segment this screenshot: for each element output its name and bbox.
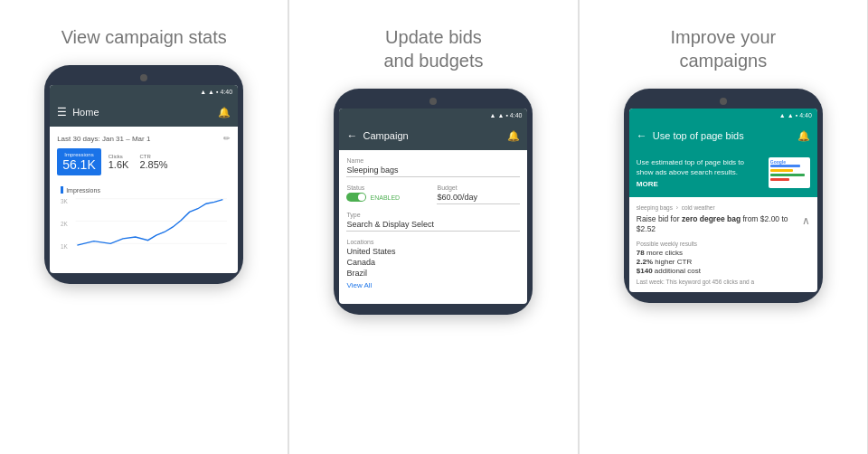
ctr-metric: CTR 2.85% bbox=[136, 148, 171, 175]
enabled-text: ENABLED bbox=[370, 194, 400, 201]
view-all-link[interactable]: View All bbox=[346, 281, 520, 289]
name-field-group: Name Sleeping bags bbox=[346, 157, 520, 177]
possible-results: Possible weekly results 78 more clicks 2… bbox=[637, 241, 810, 275]
wifi-icon-3: ▲ bbox=[788, 112, 794, 118]
name-label: Name bbox=[346, 157, 520, 164]
pr-row-1: 78 more clicks bbox=[637, 249, 810, 257]
back-icon-3[interactable]: ← bbox=[637, 129, 647, 142]
bids-desc: Use estimated top of page bids to show a… bbox=[637, 157, 763, 190]
time-display-3: 4:40 bbox=[799, 112, 812, 118]
budget-field-group: Budget $60.00/day bbox=[437, 184, 520, 204]
back-icon-2[interactable]: ← bbox=[346, 129, 357, 142]
date-row: Last 30 days: Jan 31 – Mar 1 ✏ bbox=[57, 134, 231, 143]
clicks-metric: Clicks 1.6K bbox=[105, 148, 133, 175]
budget-value: $60.00/day bbox=[437, 193, 520, 204]
wifi-icon-2: ▲ bbox=[497, 112, 504, 118]
bell-icon-1[interactable]: 🔔 bbox=[218, 107, 231, 118]
battery-icon-3: ▪ bbox=[796, 112, 797, 118]
status-icons-3: ▲ ▲ ▪ 4:40 bbox=[779, 112, 812, 118]
signal-icon-2: ▲ bbox=[490, 112, 496, 118]
breadcrumb-sep: › bbox=[676, 204, 678, 211]
panel-1-title: View campaign stats bbox=[61, 25, 227, 49]
svg-text:3K: 3K bbox=[61, 198, 69, 204]
svg-text:2K: 2K bbox=[61, 221, 69, 227]
budget-label: Budget bbox=[437, 184, 520, 191]
gp-line-3 bbox=[770, 174, 805, 176]
more-label[interactable]: MORE bbox=[637, 179, 763, 189]
name-value: Sleeping bags bbox=[346, 166, 520, 177]
status-field-group: Status ENABLED bbox=[346, 184, 429, 204]
chart-label: Impressions bbox=[61, 186, 227, 194]
pr-row-3: $140 additional cost bbox=[637, 267, 810, 275]
status-bar-1: ▲ ▲ ▪ 4:40 bbox=[50, 85, 238, 98]
status-budget-row: Status ENABLED Budget $60.00/day bbox=[346, 184, 520, 212]
phone-1: ▲ ▲ ▪ 4:40 ☰ Home 🔔 Last 30 days: Jan 31… bbox=[44, 65, 243, 284]
app-bar-title-1: Home bbox=[72, 107, 218, 118]
status-bar-3: ▲ ▲ ▪ 4:40 bbox=[629, 109, 817, 121]
panel-2-title: Update bidsand budgets bbox=[383, 25, 483, 72]
app-bar-title-2: Campaign bbox=[363, 130, 507, 141]
campaign-content: Name Sleeping bags Status ENABLED Budget… bbox=[339, 150, 527, 304]
type-field-group: Type Search & Display Select bbox=[346, 212, 520, 232]
pr-row-2: 2.2% higher CTR bbox=[637, 258, 810, 266]
home-content: Last 30 days: Jan 31 – Mar 1 ✏ Impressio… bbox=[50, 127, 238, 273]
chevron-up-icon[interactable]: ∧ bbox=[802, 214, 810, 227]
bids-header-area: Use estimated top of page bids to show a… bbox=[629, 150, 817, 197]
signal-icon-3: ▲ bbox=[779, 112, 786, 118]
wifi-icon: ▲ bbox=[208, 89, 214, 95]
status-icons-2: ▲ ▲ ▪ 4:40 bbox=[490, 112, 523, 118]
phone-camera-3 bbox=[720, 98, 727, 105]
battery-icon-2: ▪ bbox=[505, 112, 507, 118]
phone-3: ▲ ▲ ▪ 4:40 ← Use top of page bids 🔔 Use … bbox=[624, 89, 823, 303]
possible-results-label: Possible weekly results bbox=[637, 241, 810, 247]
status-icons-1: ▲ ▲ ▪ 4:40 bbox=[200, 89, 232, 95]
app-bar-3: ← Use top of page bids 🔔 bbox=[629, 121, 817, 150]
signal-icon: ▲ bbox=[200, 89, 206, 95]
locations-label: Locations bbox=[346, 239, 520, 245]
breadcrumb-item-1: sleeping bags bbox=[637, 204, 673, 211]
panel-3-title: Improve yourcampaigns bbox=[670, 25, 776, 72]
bid-raise-text: Raise bid for zero degree bag from $2.00… bbox=[637, 214, 802, 236]
location-2: Canada bbox=[346, 258, 520, 269]
phone-camera-1 bbox=[140, 74, 147, 81]
locations-field-group: Locations United States Canada Brazil Vi… bbox=[346, 239, 520, 289]
bell-icon-3[interactable]: 🔔 bbox=[797, 130, 810, 142]
impressions-chart: 3K 2K 1K bbox=[61, 195, 227, 262]
breadcrumb-item-2: cold weather bbox=[682, 204, 715, 211]
status-toggle[interactable] bbox=[346, 193, 366, 202]
battery-icon: ▪ bbox=[216, 89, 218, 95]
ctr-value: 2.85% bbox=[139, 159, 167, 170]
status-toggle-row: ENABLED bbox=[346, 193, 429, 202]
status-label: Status bbox=[346, 184, 429, 191]
panel-improve-campaigns: Improve yourcampaigns ▲ ▲ ▪ 4:40 ← Use t… bbox=[580, 0, 868, 454]
chart-bar-icon bbox=[61, 186, 63, 194]
panel-view-stats: View campaign stats ▲ ▲ ▪ 4:40 ☰ Home 🔔 bbox=[0, 0, 288, 454]
hamburger-icon[interactable]: ☰ bbox=[57, 106, 67, 118]
location-3: Brazil bbox=[346, 269, 520, 279]
gp-line-2 bbox=[770, 169, 793, 172]
app-bar-title-3: Use top of page bids bbox=[653, 130, 797, 141]
phone-camera-2 bbox=[429, 98, 437, 105]
date-range: Last 30 days: Jan 31 – Mar 1 bbox=[57, 135, 150, 143]
gp-line-4 bbox=[770, 178, 789, 181]
gp-line-1 bbox=[770, 165, 801, 167]
google-preview: Google bbox=[769, 157, 810, 188]
time-display-2: 4:40 bbox=[510, 112, 523, 118]
phone-screen-2: ▲ ▲ ▪ 4:40 ← Campaign 🔔 Name Sleeping ba… bbox=[339, 109, 527, 304]
impressions-metric: Impressions 56.1K bbox=[57, 148, 101, 175]
type-value: Search & Display Select bbox=[346, 220, 520, 232]
edit-icon[interactable]: ✏ bbox=[223, 134, 231, 143]
phone-screen-1: ▲ ▲ ▪ 4:40 ☰ Home 🔔 Last 30 days: Jan 31… bbox=[50, 85, 238, 273]
panel-update-bids: Update bidsand budgets ▲ ▲ ▪ 4:40 ← Camp… bbox=[289, 0, 578, 454]
svg-text:1K: 1K bbox=[61, 243, 69, 250]
phone-screen-3: ▲ ▲ ▪ 4:40 ← Use top of page bids 🔔 Use … bbox=[629, 109, 817, 292]
app-bar-1: ☰ Home 🔔 bbox=[50, 98, 238, 127]
metrics-row: Impressions 56.1K Clicks 1.6K CTR 2.85% bbox=[57, 148, 231, 175]
impressions-value: 56.1K bbox=[62, 157, 96, 172]
location-1: United States bbox=[346, 247, 520, 258]
bid-raise-row: Raise bid for zero degree bag from $2.00… bbox=[637, 214, 810, 236]
last-week-text: Last week: This keyword got 456 clicks a… bbox=[637, 279, 810, 285]
bell-icon-2[interactable]: 🔔 bbox=[507, 130, 520, 142]
phone-2: ▲ ▲ ▪ 4:40 ← Campaign 🔔 Name Sleeping ba… bbox=[334, 89, 533, 315]
app-bar-2: ← Campaign 🔔 bbox=[339, 121, 527, 150]
